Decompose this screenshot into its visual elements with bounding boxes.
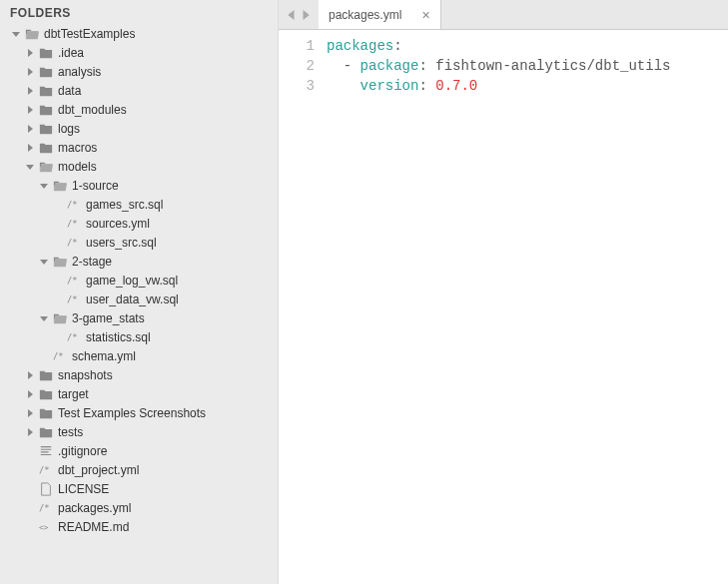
tree-item[interactable]: 3-game_stats (4, 308, 274, 327)
tree-item[interactable]: schema.yml (4, 346, 274, 365)
line-gutter: 123 (279, 36, 327, 584)
tree-item[interactable]: target (4, 384, 274, 403)
tree-item-label: 3-game_stats (72, 311, 145, 325)
folder-icon (38, 103, 54, 117)
tree-item[interactable]: game_log_vw.sql (4, 271, 274, 290)
file-code-icon (66, 330, 82, 344)
tree-item-label: dbt_project.yml (58, 463, 139, 477)
tree-item-label: tests (58, 425, 83, 439)
tree-item[interactable]: user_data_vw.sql (4, 290, 274, 308)
tree-item-label: schema.yml (72, 349, 136, 363)
tree-item-label: models (58, 160, 97, 174)
file-code-icon (66, 236, 82, 250)
folder-icon (38, 425, 54, 439)
chevron-right-icon[interactable] (24, 47, 36, 59)
line-number: 3 (279, 76, 315, 96)
tree-item-label: game_log_vw.sql (86, 274, 178, 288)
chevron-down-icon[interactable] (10, 28, 22, 40)
tree-item[interactable]: LICENSE (4, 479, 274, 498)
tree-item-label: statistics.sql (86, 330, 151, 344)
tab-nav-arrows[interactable] (279, 0, 319, 29)
file-code-icon (66, 292, 82, 306)
tree-item[interactable]: sources.yml (4, 214, 274, 233)
tree-item-label: Test Examples Screenshots (58, 406, 206, 420)
tree-item-label: 1-source (72, 179, 119, 193)
folder-icon (38, 84, 54, 98)
tree-item[interactable]: 1-source (4, 176, 274, 195)
tree-item[interactable]: Test Examples Screenshots (4, 403, 274, 422)
folder-icon (38, 387, 54, 401)
tree-item-label: dbtTestExamples (44, 27, 135, 41)
chevron-right-icon[interactable] (24, 426, 36, 438)
chevron-right-icon[interactable] (24, 369, 36, 381)
nav-left-icon (287, 10, 297, 20)
folder-icon (38, 141, 54, 155)
chevron-down-icon[interactable] (38, 256, 50, 268)
file-code-icon (66, 274, 82, 288)
file-md-icon (38, 520, 54, 534)
code-content[interactable]: packages: - package: fishtown-analytics/… (327, 36, 728, 584)
tree-item[interactable]: 2-stage (4, 252, 274, 271)
tab-close-icon[interactable]: × (421, 8, 429, 22)
folder-icon (38, 46, 54, 60)
chevron-right-icon[interactable] (24, 407, 36, 419)
tree-item-label: README.md (58, 520, 129, 534)
tree-item-label: target (58, 387, 89, 401)
code-area[interactable]: 123 packages: - package: fishtown-analyt… (279, 30, 728, 584)
tree-item-label: games_src.sql (86, 198, 163, 212)
tree-item-label: macros (58, 141, 97, 155)
chevron-right-icon[interactable] (24, 85, 36, 97)
file-lines-icon (38, 444, 54, 458)
tree-item-label: logs (58, 122, 80, 136)
tree-item[interactable]: models (4, 157, 274, 176)
tab-packages-yml[interactable]: packages.yml × (319, 0, 441, 29)
chevron-down-icon[interactable] (24, 161, 36, 173)
tree-item[interactable]: README.md (4, 517, 274, 536)
tree-item[interactable]: dbtTestExamples (4, 24, 274, 43)
chevron-right-icon[interactable] (24, 142, 36, 154)
nav-right-icon (301, 10, 311, 20)
tree-item[interactable]: dbt_project.yml (4, 460, 274, 479)
chevron-down-icon[interactable] (38, 180, 50, 192)
chevron-right-icon[interactable] (24, 123, 36, 135)
tree-item-label: snapshots (58, 368, 113, 382)
tree-item[interactable]: .gitignore (4, 441, 274, 460)
tree-item-label: data (58, 84, 81, 98)
tree-item-label: LICENSE (58, 482, 109, 496)
chevron-right-icon[interactable] (24, 104, 36, 116)
folders-sidebar: FOLDERS dbtTestExamples.ideaanalysisdata… (0, 0, 279, 584)
file-code-icon (66, 198, 82, 212)
line-number: 2 (279, 56, 315, 76)
folder-icon (38, 122, 54, 136)
tree-item-label: dbt_modules (58, 103, 127, 117)
sidebar-title: FOLDERS (0, 0, 278, 24)
tree-item[interactable]: data (4, 81, 274, 100)
tree-item-label: .idea (58, 46, 84, 60)
chevron-right-icon[interactable] (24, 66, 36, 78)
folder-icon (38, 406, 54, 420)
tree-item[interactable]: snapshots (4, 365, 274, 384)
line-number: 1 (279, 36, 315, 56)
code-line[interactable]: - package: fishtown-analytics/dbt_utils (327, 56, 728, 76)
tree-item-label: users_src.sql (86, 236, 157, 250)
tree-item[interactable]: statistics.sql (4, 327, 274, 346)
tree-item[interactable]: dbt_modules (4, 100, 274, 119)
tree-item[interactable]: tests (4, 422, 274, 441)
editor-pane: packages.yml × 123 packages: - package: … (279, 0, 728, 584)
tree-item[interactable]: logs (4, 119, 274, 138)
tree-item[interactable]: macros (4, 138, 274, 157)
tree-item[interactable]: users_src.sql (4, 233, 274, 252)
chevron-down-icon[interactable] (38, 312, 50, 324)
code-line[interactable]: version: 0.7.0 (327, 76, 728, 96)
tab-label: packages.yml (329, 8, 401, 22)
folder-open-icon (38, 160, 54, 174)
file-code-icon (38, 463, 54, 477)
tree-item[interactable]: analysis (4, 62, 274, 81)
folder-open-icon (52, 179, 68, 193)
tree-item[interactable]: packages.yml (4, 498, 274, 517)
folder-open-icon (52, 311, 68, 325)
tree-item[interactable]: games_src.sql (4, 195, 274, 214)
code-line[interactable]: packages: (327, 36, 728, 56)
tree-item[interactable]: .idea (4, 43, 274, 62)
chevron-right-icon[interactable] (24, 388, 36, 400)
